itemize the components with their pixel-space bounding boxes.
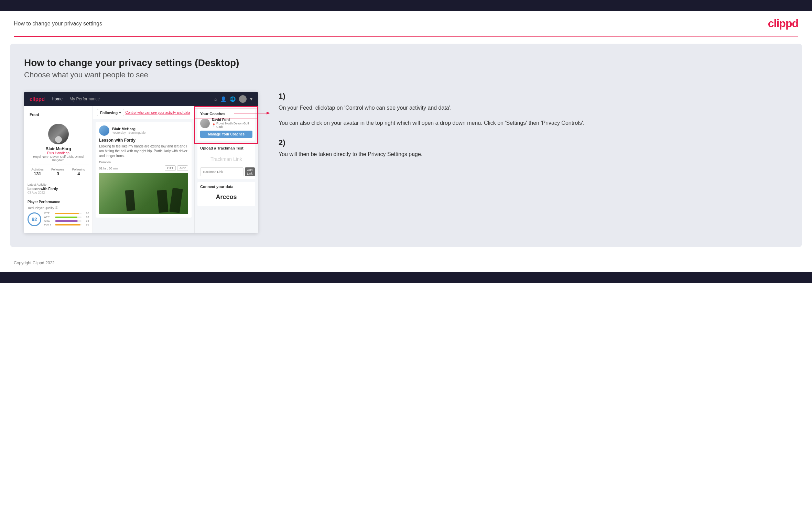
post-duration-label: Duration [99,161,188,164]
latest-activity: Latest Activity Lesson with Fordy 03 Aug… [24,180,93,197]
tpq-circle: 92 [28,212,41,226]
main-content: How to change your privacy settings (Des… [10,44,802,247]
post-header: Blair McHarg Yesterday · Sunningdale [99,125,188,136]
step2-text: You will then be taken directly to the P… [279,150,781,159]
content-row: clippd Home My Performance ⌕ 👤 🌐 ▾ [24,92,788,233]
step1-text2: You can also click on your avatar in the… [279,119,781,128]
stat-following-label: Following [72,168,85,171]
footer: Copyright Clippd 2022 [0,254,812,272]
search-icon[interactable]: ⌕ [214,96,217,102]
copyright: Copyright Clippd 2022 [14,261,55,265]
latest-activity-name: Lesson with Fordy [28,187,89,191]
coach-info: David Ford 📍 Royal North Devon Golf Club [212,118,252,129]
post-title: Lesson with Fordy [99,138,188,143]
person-icon[interactable]: 👤 [220,96,226,102]
trackman-section: Upload a Trackman Test Trackman Link Add… [197,143,255,179]
app-nav-my-performance[interactable]: My Performance [69,97,100,101]
app-sidebar: Feed Blair McHarg Plus Handicap Royal No… [24,106,93,233]
step1-text1: On your Feed, click/tap on 'Control who … [279,103,781,112]
app-nav-logo: clippd [30,96,45,102]
stat-followers-value: 3 [51,171,65,176]
profile-stats: Activities 131 Followers 3 Following 4 [28,165,89,176]
tpq-bars: OTT 90 APP 85 [44,212,89,227]
stat-activities-label: Activities [31,168,44,171]
app-right-panel: Your Coaches David Ford 📍 Royal North De… [194,106,258,233]
header-divider [14,36,798,37]
post-tag-ott: OTT [165,165,176,171]
tpq-bar-putt: PUTT 96 [44,223,89,226]
trackman-input[interactable] [200,167,243,176]
clippd-logo: clippd [768,17,798,30]
breadcrumb: How to change your privacy settings [14,21,102,27]
player-performance-title: Player Performance [28,200,89,204]
app-screenshot: clippd Home My Performance ⌕ 👤 🌐 ▾ [24,92,258,233]
manage-coaches-button[interactable]: Manage Your Coaches [200,131,252,138]
trackman-input-row: Add Link [200,167,252,176]
tpq-bar-app: APP 85 [44,216,89,219]
coach-club: 📍 Royal North Devon Golf Club [212,122,252,129]
arccos-label: Arccos [200,191,252,203]
post-footer: 01 hr : 30 min OTT APP [99,165,188,173]
step1-number: 1) [279,92,781,101]
header: How to change your privacy settings clip… [0,11,812,36]
app-nav: clippd Home My Performance ⌕ 👤 🌐 ▾ [24,92,258,106]
post-image [99,173,188,214]
trackman-title: Upload a Trackman Test [200,146,252,150]
control-privacy-link[interactable]: Control who can see your activity and da… [126,111,190,114]
feed-following-dropdown[interactable]: Following ▾ [97,109,124,116]
post-tags: OTT APP [165,165,188,171]
stat-activities-value: 131 [31,171,44,176]
profile-name: Blair McHarg [28,146,89,151]
globe-icon[interactable]: 🌐 [230,96,236,102]
screenshot-wrapper: clippd Home My Performance ⌕ 👤 🌐 ▾ [24,92,258,233]
player-performance: Player Performance Total Player Quality … [24,197,93,230]
page-heading: How to change your privacy settings (Des… [24,57,788,68]
post-duration-value: 01 hr : 30 min [99,167,118,170]
user-avatar-nav[interactable] [239,95,247,103]
app-nav-home[interactable]: Home [52,97,63,101]
latest-activity-date: 03 Aug 2022 [28,191,89,194]
instructions: 1) On your Feed, click/tap on 'Control w… [272,92,788,170]
connect-data-title: Connect your data [200,185,252,189]
profile-image [48,124,69,144]
stat-following-value: 4 [72,171,85,176]
stat-followers-label: Followers [51,168,65,171]
chevron-down-icon: ▾ [119,110,121,115]
feed-header-wrapper: Following ▾ Control who can see your act… [93,106,194,119]
tpq-bar-ott: OTT 90 [44,212,89,215]
add-link-button[interactable]: Add Link [245,167,255,176]
profile-card: Blair McHarg Plus Handicap Royal North D… [24,120,93,180]
feed-tab[interactable]: Feed [24,110,93,120]
app-body: Feed Blair McHarg Plus Handicap Royal No… [24,106,258,233]
stat-followers: Followers 3 [51,168,65,176]
trackman-placeholder: Trackman Link [200,152,252,166]
connect-data-section: Connect your data Arccos [197,182,255,206]
profile-club: Royal North Devon Golf Club, United King… [28,155,89,162]
tpq-row: 92 OTT 90 APP [28,212,89,227]
bottom-bar [0,272,812,283]
coaches-title: Your Coaches [200,112,252,116]
coach-avatar [200,119,210,128]
app-nav-icons: ⌕ 👤 🌐 ▾ [214,95,252,103]
instruction-block-2: 2) You will then be taken directly to th… [279,138,781,159]
step2-number: 2) [279,138,781,147]
stat-following: Following 4 [72,168,85,176]
instruction-block-1: 1) On your Feed, click/tap on 'Control w… [279,92,781,127]
post-date: Yesterday · Sunningdale [112,131,145,134]
top-bar [0,0,812,11]
tpq-bar-arg: ARG 86 [44,219,89,222]
tpq-label: Total Player Quality ⓘ [28,206,89,210]
app-feed: Following ▾ Control who can see your act… [93,106,194,233]
svg-marker-1 [267,112,270,114]
coaches-section: Your Coaches David Ford 📍 Royal North De… [197,109,255,141]
feed-post: Blair McHarg Yesterday · Sunningdale Les… [96,122,192,218]
post-tag-app: APP [177,165,188,171]
latest-activity-label: Latest Activity [28,183,89,186]
post-author-name: Blair McHarg [112,127,145,131]
chevron-down-icon[interactable]: ▾ [250,96,252,102]
coach-name: David Ford [212,118,252,122]
location-icon: 📍 [212,123,216,127]
stat-activities: Activities 131 [31,168,44,176]
post-avatar [99,125,109,136]
post-description: Looking to feel like my hands are exitin… [99,144,188,158]
